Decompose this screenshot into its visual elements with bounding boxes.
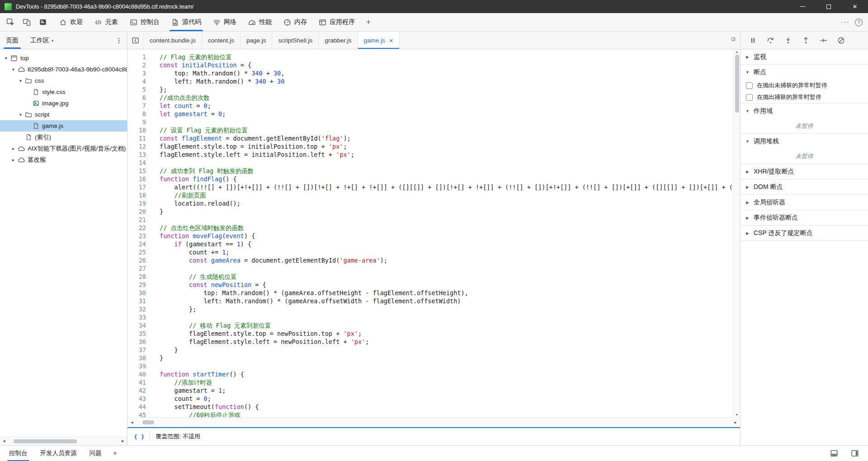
step-out-button[interactable] (799, 34, 812, 47)
line-number[interactable]: 19 (127, 199, 146, 207)
line-number[interactable]: 20 (127, 207, 146, 216)
step-over-button[interactable] (764, 34, 777, 47)
editor-hscroll-thumb[interactable] (142, 420, 154, 424)
line-number[interactable]: 41 (127, 378, 146, 386)
customize-devtools-button[interactable]: ··· (841, 18, 849, 26)
tab-page[interactable]: 页面 (0, 32, 24, 49)
debugger-toggle-button[interactable] (726, 32, 740, 46)
line-number[interactable]: 7 (127, 102, 146, 110)
navigator-hscrollbar[interactable]: ◀ ▶ (0, 437, 127, 445)
line-number[interactable]: 37 (127, 346, 146, 354)
line-number[interactable]: 6 (127, 94, 146, 102)
drawer-tab-console[interactable]: 控制台 (3, 446, 34, 461)
pause-button[interactable] (746, 34, 760, 47)
line-number[interactable]: 5 (127, 85, 146, 94)
line-number[interactable]: 44 (127, 403, 146, 411)
step-into-button[interactable] (781, 34, 795, 47)
code-editor[interactable]: 1234567891011121314151617181920212223242… (127, 49, 740, 417)
section-header-global-listeners[interactable]: ▶全局侦听器 (741, 195, 868, 210)
drawer-tab-issues[interactable]: 问题 (83, 446, 108, 461)
help-button[interactable]: ? (855, 19, 863, 26)
deactivate-breakpoints-button[interactable] (834, 34, 848, 47)
line-number[interactable]: 43 (127, 395, 146, 403)
pretty-print-button[interactable]: { } (134, 433, 144, 440)
breakpoint-option[interactable]: 在抛出未捕获的异常时暂停 (741, 80, 868, 91)
line-number[interactable]: 26 (127, 256, 146, 264)
line-number[interactable]: 29 (127, 281, 146, 289)
section-header-call-stack[interactable]: ▼调用堆栈 (741, 134, 868, 149)
navigator-toggle-button[interactable] (127, 32, 144, 49)
line-number[interactable]: 28 (127, 273, 146, 281)
section-header-csp-violation-breakpoints[interactable]: ▶CSP 违反了规定断点 (741, 226, 868, 240)
section-header-scope[interactable]: ▼作用域 (741, 103, 868, 118)
editor-hscrollbar[interactable]: ◀ ▶ (127, 417, 740, 427)
line-number[interactable]: 40 (127, 370, 146, 378)
section-header-breakpoints[interactable]: ▼断点 (741, 65, 868, 80)
device-toolbar-button[interactable] (20, 15, 33, 29)
tree-item[interactable]: ▸AIX智能下载器(图片/视频/音乐/文档) (0, 143, 127, 154)
tree-item[interactable]: ▾css (0, 75, 127, 86)
more-tools-button[interactable]: + (361, 13, 376, 31)
tab-memory[interactable]: 内存 (278, 13, 313, 31)
line-number[interactable]: 31 (127, 297, 146, 305)
line-number[interactable]: 42 (127, 386, 146, 395)
section-header-event-listener-breakpoints[interactable]: ▶事件侦听器断点 (741, 210, 868, 225)
scroll-up-icon[interactable]: ▲ (734, 50, 740, 53)
line-number[interactable]: 35 (127, 329, 146, 338)
tab-home[interactable]: 欢迎 (53, 13, 89, 31)
line-number[interactable]: 22 (127, 224, 146, 232)
line-number[interactable]: 12 (127, 142, 146, 151)
inspect-button[interactable] (4, 15, 17, 29)
tab-application[interactable]: 应用程序 (313, 13, 361, 31)
tab-workspace[interactable]: 工作区▾ (24, 32, 60, 49)
line-number[interactable]: 4 (127, 77, 146, 85)
editor-scroll-track[interactable] (136, 420, 731, 425)
line-number[interactable]: 2 (127, 61, 146, 69)
close-tab-icon[interactable]: × (389, 37, 393, 44)
line-number[interactable]: 21 (127, 216, 146, 224)
line-number[interactable]: 14 (127, 159, 146, 167)
dock-side-button[interactable] (848, 447, 862, 460)
tree-item[interactable]: ▸篡改猴 (0, 154, 127, 165)
line-number[interactable]: 3 (127, 69, 146, 77)
tab-network[interactable]: 网络 (207, 13, 242, 31)
scroll-right-icon[interactable]: ▶ (733, 421, 738, 424)
navigator-more-button[interactable] (113, 34, 127, 47)
section-header-xhr-fetch-breakpoints[interactable]: ▶XHR/提取断点 (741, 164, 868, 179)
tab-console[interactable]: 控制台 (124, 13, 165, 31)
scroll-right-icon[interactable]: ▶ (120, 439, 126, 443)
line-number[interactable]: 38 (127, 354, 146, 362)
line-number[interactable]: 18 (127, 191, 146, 199)
section-header-dom-breakpoints[interactable]: ▶DOM 断点 (741, 179, 868, 194)
section-header-watch[interactable]: ▶监视 (741, 49, 868, 64)
tree-item[interactable]: image.jpg (0, 98, 127, 109)
file-tab[interactable]: content.js (202, 32, 241, 49)
line-number[interactable]: 27 (127, 264, 146, 273)
editor-vscroll-thumb[interactable] (735, 55, 739, 113)
line-number[interactable]: 15 (127, 167, 146, 175)
file-tab[interactable]: game.js× (358, 32, 400, 49)
line-number[interactable]: 25 (127, 248, 146, 256)
drawer-tab-developer-resources[interactable]: 开发人员资源 (34, 446, 83, 461)
tree-item[interactable]: ▾script (0, 109, 127, 120)
step-button[interactable] (816, 34, 830, 47)
line-number[interactable]: 23 (127, 232, 146, 240)
editor-vscrollbar[interactable]: ▲ ▼ (733, 49, 740, 417)
line-number[interactable]: 36 (127, 338, 146, 346)
line-number[interactable]: 17 (127, 183, 146, 191)
line-number[interactable]: 32 (127, 305, 146, 313)
line-number[interactable]: 30 (127, 289, 146, 297)
maximize-button[interactable] (816, 0, 842, 13)
tab-performance[interactable]: 性能 (242, 13, 278, 31)
line-number[interactable]: 16 (127, 175, 146, 183)
minimize-button[interactable] (789, 0, 816, 13)
file-tab[interactable]: grabber.js (319, 32, 358, 49)
close-button[interactable]: × (842, 0, 868, 13)
line-number[interactable]: 9 (127, 118, 146, 126)
scroll-left-icon[interactable]: ◀ (129, 421, 135, 424)
tree-item[interactable]: game.js (0, 120, 127, 132)
breakpoint-option[interactable]: 在抛出捕获的异常时暂停 (741, 91, 868, 103)
line-number[interactable]: 45 (127, 411, 146, 417)
file-tab[interactable]: content.bundle.js (144, 32, 202, 49)
line-number[interactable]: 13 (127, 151, 146, 159)
